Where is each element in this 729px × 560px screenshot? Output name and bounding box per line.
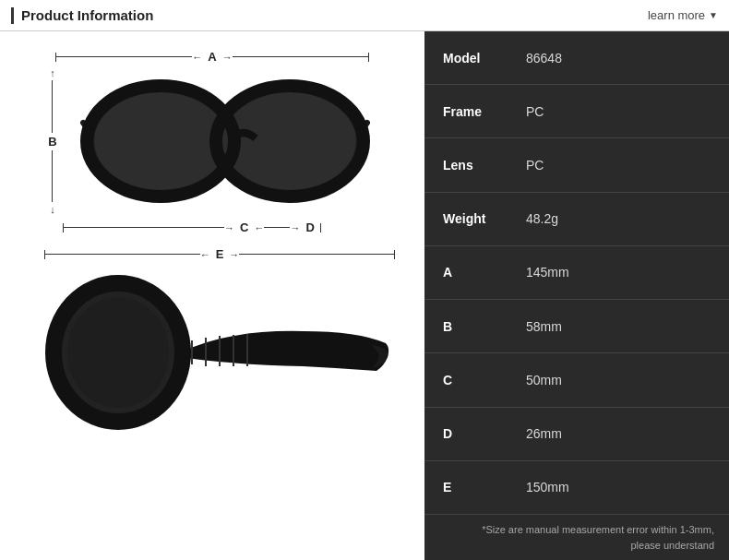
line-b2 bbox=[52, 150, 53, 203]
svg-point-2 bbox=[94, 92, 227, 190]
spec-label: C bbox=[443, 373, 498, 387]
glasses-side-image bbox=[44, 265, 395, 440]
spec-label: A bbox=[443, 265, 498, 280]
spec-row: LensPC bbox=[424, 138, 729, 192]
spec-value: PC bbox=[526, 104, 544, 119]
specs-note-line2: please understand bbox=[630, 540, 714, 551]
spec-value: 145mm bbox=[526, 265, 569, 280]
header-left: Product Information bbox=[11, 7, 153, 24]
line-b bbox=[52, 80, 53, 133]
arrow-c-right: → bbox=[224, 222, 234, 233]
dimension-cd-row: → C ← → D bbox=[37, 220, 388, 234]
glasses-front-image bbox=[68, 67, 382, 215]
spec-label: E bbox=[443, 480, 498, 494]
dim-b-label: B bbox=[42, 135, 62, 149]
spec-label: B bbox=[443, 319, 498, 334]
spec-row: FramePC bbox=[424, 85, 729, 138]
tick-right bbox=[368, 53, 369, 62]
dimension-a-row: ← A → bbox=[55, 50, 369, 64]
arrow-b-down: ↓ bbox=[50, 204, 55, 215]
line-e-left bbox=[45, 254, 200, 255]
learn-more-label: learn more bbox=[648, 8, 705, 22]
svg-point-3 bbox=[223, 92, 356, 190]
specs-table: Model86648FramePCLensPCWeight48.2gA145mm… bbox=[424, 31, 729, 515]
glasses-side-svg bbox=[44, 265, 395, 440]
tick-d-right bbox=[320, 223, 321, 232]
spec-row: B58mm bbox=[424, 300, 729, 353]
dim-e-label: E bbox=[210, 247, 230, 261]
line-d bbox=[264, 227, 290, 228]
spec-row: C50mm bbox=[424, 353, 729, 407]
spec-label: Frame bbox=[443, 104, 498, 119]
specs-note-line1: *Size are manual measurement error withi… bbox=[482, 524, 714, 535]
side-view-container: ← E → bbox=[18, 247, 406, 440]
arrow-a-right: → bbox=[222, 52, 233, 63]
spec-row: Model86648 bbox=[424, 31, 729, 85]
dim-a-label: A bbox=[202, 50, 221, 64]
spec-row: E150mm bbox=[424, 461, 729, 515]
line-e-right bbox=[239, 254, 394, 255]
arrow-a-left: ← bbox=[192, 52, 202, 63]
arrow-b-up: ↑ bbox=[50, 67, 55, 78]
spec-value: 26mm bbox=[526, 426, 562, 441]
header: Product Information learn more ▼ bbox=[0, 0, 729, 31]
spec-label: Model bbox=[443, 51, 498, 66]
arrow-d-right: → bbox=[290, 222, 300, 233]
spec-value: 50mm bbox=[526, 373, 562, 387]
arrow-e-left: ← bbox=[200, 249, 210, 260]
line-c-left bbox=[64, 227, 224, 228]
dim-d-label: D bbox=[300, 220, 319, 234]
tick-e-right bbox=[394, 250, 395, 259]
header-bar-decoration bbox=[11, 7, 14, 24]
spec-label: Weight bbox=[443, 211, 498, 226]
front-view-row: ↑ B ↓ bbox=[42, 67, 381, 215]
glasses-front-svg bbox=[78, 72, 373, 210]
arrow-e-right: → bbox=[229, 249, 239, 260]
spec-value: 86648 bbox=[526, 51, 562, 66]
dimension-b-col: ↑ B ↓ bbox=[42, 67, 62, 215]
learn-more-button[interactable]: learn more ▼ bbox=[648, 8, 718, 22]
spec-label: Lens bbox=[443, 158, 498, 173]
spec-value: PC bbox=[526, 158, 544, 173]
chevron-down-icon: ▼ bbox=[709, 10, 718, 20]
spec-value: 58mm bbox=[526, 319, 562, 334]
line-a-left bbox=[56, 56, 192, 57]
page-title: Product Information bbox=[21, 7, 153, 23]
spec-row: A145mm bbox=[424, 246, 729, 300]
front-view-container: ← A → ↑ B ↓ bbox=[18, 50, 406, 234]
spec-value: 150mm bbox=[526, 480, 569, 494]
line-a-right bbox=[233, 56, 368, 57]
spec-value: 48.2g bbox=[526, 211, 558, 226]
specs-panel: Model86648FramePCLensPCWeight48.2gA145mm… bbox=[424, 31, 729, 560]
spec-label: D bbox=[443, 426, 498, 441]
arrow-d-left: ← bbox=[254, 222, 264, 233]
dim-c-label: C bbox=[234, 220, 254, 234]
spec-row: Weight48.2g bbox=[424, 193, 729, 246]
main-content: ← A → ↑ B ↓ bbox=[0, 31, 729, 560]
dimension-e-row: ← E → bbox=[44, 247, 395, 261]
specs-note: *Size are manual measurement error withi… bbox=[424, 515, 729, 560]
svg-point-11 bbox=[67, 297, 169, 408]
spec-row: D26mm bbox=[424, 408, 729, 461]
product-images-panel: ← A → ↑ B ↓ bbox=[0, 31, 424, 560]
